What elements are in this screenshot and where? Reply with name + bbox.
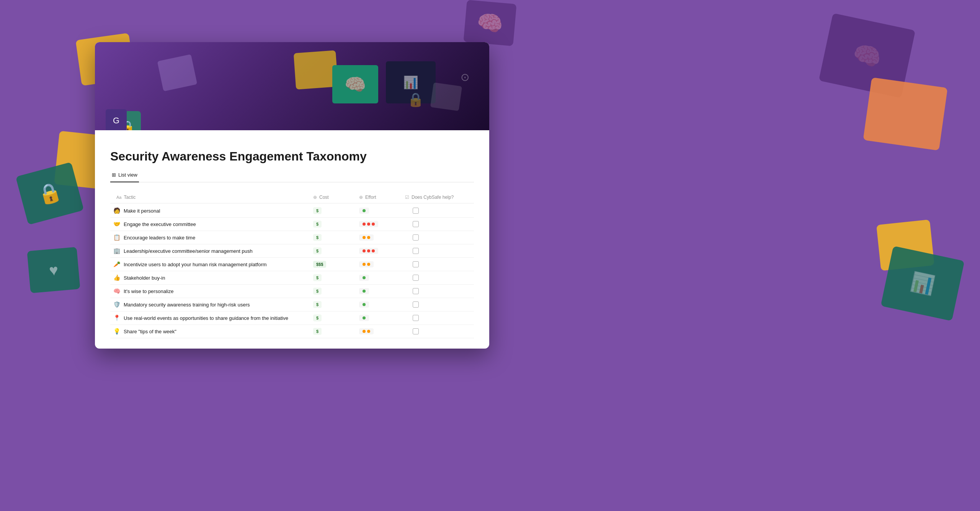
cost-cell: $ [313,328,359,335]
tactic-label: Use real-world events as opportunities t… [124,315,288,321]
effort-dot [372,223,375,226]
cybsafe-checkbox[interactable] [413,275,419,281]
cost-badge: $$$ [313,261,326,268]
effort-dots [359,288,369,294]
tactic-cell: 🛡️ Mandatory security awareness training… [110,301,313,308]
cost-badge: $ [313,221,322,228]
page-content: Security Awareness Engagement Taxonomy ⊞… [95,130,489,346]
tactic-label: Leadership/executive committee/senior ma… [124,248,253,254]
tactic-cell: 👍 Stakeholder buy-in [110,274,313,281]
table: Aa Tactic ⊕ Cost ⊕ Effort ☑ Does CybSafe… [110,192,474,338]
cybsafe-cell [405,208,474,214]
table-row[interactable]: 🧠 It's wise to personalize $ [110,285,474,298]
page-title: Security Awareness Engagement Taxonomy [110,149,474,164]
effort-dot [363,316,366,319]
effort-cell [359,275,405,281]
cybsafe-checkbox[interactable] [413,261,419,267]
effort-cell [359,234,405,241]
tactic-emoji: 📍 [113,314,121,321]
header-banner: 🧠 📊 🔒 ⊙ G 🔒 [95,42,489,130]
cybsafe-checkbox[interactable] [413,301,419,308]
effort-dots [359,261,374,267]
cybsafe-checkbox[interactable] [413,328,419,334]
page-icon: G 🔒 [110,111,141,130]
table-row[interactable]: 🥕 Incentivize users to adopt your human … [110,258,474,271]
list-view-label: List view [118,172,137,178]
col-header-effort: ⊕ Effort [359,195,405,200]
effort-dot [367,236,370,239]
cost-badge: $ [313,314,322,321]
effort-cell [359,208,405,214]
tactic-cell: 🧠 It's wise to personalize [110,288,313,295]
tactic-cell: 🥕 Incentivize users to adopt your human … [110,261,313,268]
cost-cell: $ [313,221,359,228]
effort-cell [359,248,405,254]
effort-dots [359,234,374,241]
cybsafe-cell [405,301,474,308]
cost-badge: $ [313,234,322,241]
effort-dot [367,263,370,266]
effort-cell [359,315,405,321]
cybsafe-checkbox[interactable] [413,234,419,241]
tactic-label: Mandatory security awareness training fo… [124,302,250,308]
cost-badge: $ [313,301,322,308]
cost-cell: $$$ [313,261,359,268]
tactic-emoji: 📋 [113,234,121,241]
effort-dots [359,208,369,214]
cost-badge: $ [313,288,322,295]
cybsafe-cell [405,288,474,294]
cybsafe-checkbox[interactable] [413,208,419,214]
tab-list-view[interactable]: ⊞ List view [110,170,139,182]
table-row[interactable]: 💡 Share "tips of the week" $ [110,325,474,338]
effort-dot [367,330,370,333]
table-row[interactable]: 👍 Stakeholder buy-in $ [110,271,474,285]
table-row[interactable]: 🏢 Leadership/executive committee/senior … [110,244,474,258]
cost-cell: $ [313,207,359,214]
cost-cell: $ [313,301,359,308]
tactic-cell: 📍 Use real-world events as opportunities… [110,314,313,321]
table-row[interactable]: 📍 Use real-world events as opportunities… [110,311,474,325]
tactic-label: It's wise to personalize [124,288,173,294]
effort-dots [359,248,378,254]
tactic-label: Make it personal [124,208,160,214]
tactic-emoji: 🤝 [113,221,121,228]
effort-dot [363,236,366,239]
list-view-icon: ⊞ [112,172,116,178]
tactic-label: Stakeholder buy-in [124,275,165,281]
view-tabs: ⊞ List view [110,170,474,182]
cybsafe-checkbox[interactable] [413,221,419,227]
table-row[interactable]: 🧑 Make it personal $ [110,204,474,218]
tactic-label: Incentivize users to adopt your human ri… [124,262,267,267]
cybsafe-checkbox[interactable] [413,248,419,254]
col-header-tactic: Aa Tactic [110,195,313,200]
cybsafe-cell [405,261,474,267]
tactic-emoji: 🏢 [113,247,121,254]
table-row[interactable]: 🛡️ Mandatory security awareness training… [110,298,474,311]
effort-cell [359,288,405,294]
header-dots: ⊙ [461,71,469,84]
cost-badge: $ [313,207,322,214]
tactic-cell: 🧑 Make it personal [110,207,313,214]
table-row[interactable]: 🤝 Engage the executive committee $ [110,218,474,231]
app-window: 🧠 📊 🔒 ⊙ G 🔒 Security Awareness Engagemen… [95,42,489,349]
tactic-emoji: 🛡️ [113,301,121,308]
cybsafe-cell [405,328,474,334]
cost-cell: $ [313,247,359,254]
tactic-cell: 📋 Encourage leaders to make time [110,234,313,241]
tactic-cell: 💡 Share "tips of the week" [110,328,313,335]
effort-dots [359,221,378,227]
cybsafe-cell [405,275,474,281]
tactic-label: Engage the executive committee [124,221,196,227]
tactic-emoji: 👍 [113,274,121,281]
tactic-label: Encourage leaders to make time [124,235,195,241]
effort-dot [372,249,375,252]
cybsafe-checkbox[interactable] [413,288,419,294]
table-row[interactable]: 📋 Encourage leaders to make time $ [110,231,474,244]
tactic-cell: 🏢 Leadership/executive committee/senior … [110,247,313,254]
effort-dot [363,263,366,266]
effort-dot [363,303,366,306]
cybsafe-checkbox[interactable] [413,315,419,321]
effort-dot [363,223,366,226]
cost-cell: $ [313,274,359,281]
cost-badge: $ [313,274,322,281]
